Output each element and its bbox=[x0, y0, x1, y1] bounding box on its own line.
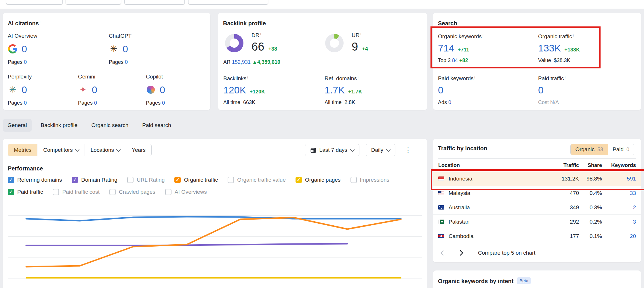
copilot-icon bbox=[146, 85, 156, 95]
collapse-chevron-icon[interactable] bbox=[417, 167, 417, 172]
up-triangle-icon: ▲ bbox=[252, 59, 257, 65]
metrics-button[interactable]: Metrics bbox=[8, 144, 37, 156]
keywords-link[interactable]: 20 bbox=[602, 233, 636, 239]
keywords-link[interactable]: 33 bbox=[602, 190, 636, 196]
ai-item-ai-overview: AI Overview 0 Pages 0 bbox=[8, 33, 74, 65]
checkbox-organic-traffic[interactable]: ✓Organic traffic bbox=[174, 177, 218, 183]
divider bbox=[438, 158, 636, 159]
toggle-organic[interactable]: Organic53 bbox=[571, 144, 608, 155]
next-page-button[interactable] bbox=[456, 248, 465, 258]
tab-paid-search[interactable]: Paid search bbox=[138, 119, 176, 132]
top3-row: Top 3 84 +82 bbox=[438, 57, 483, 64]
info-icon[interactable]: i bbox=[475, 75, 475, 79]
info-icon[interactable]: i bbox=[483, 33, 483, 37]
paid-traffic-value: 0 bbox=[538, 85, 544, 95]
ar-value-link[interactable]: 152,931 bbox=[232, 59, 251, 65]
ai-item-copilot: Copilot 0 Pages 0 bbox=[146, 74, 212, 106]
keywords-link[interactable]: 2 bbox=[602, 204, 636, 211]
pages-row: Pages 0 bbox=[78, 100, 144, 106]
table-row-indonesia[interactable]: Indonesia 131.2K 98.8% 591 bbox=[433, 172, 641, 186]
ref-domains-alltime: All time 2.8K bbox=[325, 99, 362, 105]
locations-dropdown[interactable]: Locations bbox=[85, 144, 126, 156]
checkbox-impressions[interactable]: Impressions bbox=[350, 177, 389, 183]
checkbox-icon bbox=[127, 177, 134, 183]
ai-citations-title: AI citationsi bbox=[8, 20, 40, 27]
performance-line-chart[interactable] bbox=[3, 201, 427, 288]
backlinks-value-link[interactable]: 120K bbox=[223, 85, 246, 95]
prev-page-button[interactable] bbox=[438, 248, 448, 258]
ar-row: AR 152,931 ▲4,359,610 bbox=[223, 59, 280, 65]
checkbox-ai-overviews[interactable]: AI Overviews bbox=[165, 189, 207, 195]
info-icon[interactable]: i bbox=[260, 32, 261, 36]
toggle-paid[interactable]: Paid0 bbox=[608, 144, 634, 155]
ref-domains-value-link[interactable]: 1.7K bbox=[325, 85, 345, 95]
toolbar-box[interactable] bbox=[6, 0, 63, 5]
checkbox-icon bbox=[53, 189, 59, 195]
info-icon[interactable]: i bbox=[358, 75, 359, 79]
performance-card: Metrics Competitors Locations Years Last… bbox=[3, 139, 427, 288]
top3-value-link[interactable]: 84 bbox=[452, 57, 458, 63]
table-row-pakistan[interactable]: Pakistan 292 0.2% 3 bbox=[433, 214, 641, 229]
ads-row: Ads 0 bbox=[438, 99, 475, 105]
info-icon[interactable]: i bbox=[40, 20, 41, 24]
checkbox-paid-traffic[interactable]: ✓Paid traffic bbox=[8, 189, 43, 195]
keywords-by-intent-card: Organic keywords by intentBeta bbox=[433, 270, 641, 288]
checkbox-url-rating[interactable]: URL Rating bbox=[127, 177, 165, 183]
filter-group: Metrics Competitors Locations Years bbox=[8, 144, 152, 156]
checkbox-referring-domains[interactable]: ✓Referring domains bbox=[8, 177, 62, 183]
tab-backlink-profile[interactable]: Backlink profile bbox=[36, 119, 82, 132]
ai-item-label: ChatGPT bbox=[109, 33, 175, 39]
years-button[interactable]: Years bbox=[126, 144, 151, 156]
competitors-dropdown[interactable]: Competitors bbox=[37, 144, 84, 156]
info-icon[interactable]: i bbox=[360, 32, 361, 36]
toolbar-box[interactable] bbox=[188, 0, 268, 5]
ur-value: 9 bbox=[352, 41, 358, 52]
flag-indonesia-icon bbox=[438, 176, 444, 181]
date-range-dropdown[interactable]: Last 7 days bbox=[305, 144, 359, 156]
paid-keywords-value-link[interactable]: 0 bbox=[438, 85, 443, 95]
info-icon[interactable]: i bbox=[565, 75, 565, 79]
flag-australia-icon bbox=[438, 205, 444, 210]
chevron-down-icon bbox=[386, 147, 391, 152]
organic-traffic-value-link[interactable]: 133K bbox=[538, 43, 561, 53]
pages-row: Pages 0 bbox=[8, 100, 74, 106]
chevron-right-icon bbox=[458, 250, 463, 256]
pages-count-link[interactable]: 0 bbox=[125, 59, 128, 65]
checkbox-domain-rating[interactable]: ✓Domain Rating bbox=[72, 177, 117, 183]
toolbar-box[interactable] bbox=[66, 0, 121, 5]
organic-keywords-value-link[interactable]: 714 bbox=[438, 43, 454, 53]
granularity-dropdown[interactable]: Daily bbox=[366, 144, 395, 156]
checkbox-icon: ✓ bbox=[8, 177, 14, 183]
pages-count-link[interactable]: 0 bbox=[162, 100, 165, 106]
toolbar-box[interactable] bbox=[124, 0, 185, 5]
more-options-kebab-icon[interactable]: ⋮ bbox=[402, 145, 414, 155]
search-card: Search Organic keywordsi 714 +711 Top 3 … bbox=[433, 13, 641, 110]
perplexity-icon: ✳ bbox=[8, 85, 18, 95]
google-icon bbox=[8, 44, 18, 54]
checkbox-organic-pages[interactable]: ✓Organic pages bbox=[296, 177, 341, 183]
pages-count-link[interactable]: 0 bbox=[24, 59, 27, 65]
dr-block: DRi 66 +38 bbox=[251, 32, 277, 52]
ai-citations-count: 0 bbox=[160, 85, 165, 95]
tab-general[interactable]: General bbox=[3, 119, 32, 132]
ur-delta: +4 bbox=[362, 46, 368, 52]
ai-citations-count: 0 bbox=[22, 85, 27, 95]
checkbox-paid-traffic-cost[interactable]: Paid traffic cost bbox=[53, 189, 100, 195]
pages-count-link[interactable]: 0 bbox=[24, 100, 27, 106]
tab-organic-search[interactable]: Organic search bbox=[87, 119, 133, 132]
pages-count-link[interactable]: 0 bbox=[94, 100, 97, 106]
table-row-cambodia[interactable]: Cambodia 177 0.1% 20 bbox=[433, 229, 641, 243]
info-icon[interactable]: i bbox=[247, 75, 248, 79]
table-row-malaysia[interactable]: Malaysia 470 0.4% 33 bbox=[433, 186, 641, 200]
keywords-link[interactable]: 591 bbox=[602, 176, 636, 182]
info-icon[interactable]: i bbox=[573, 33, 574, 37]
checkbox-crawled-pages[interactable]: Crawled pages bbox=[109, 189, 155, 195]
keywords-by-intent-title: Organic keywords by intentBeta bbox=[438, 277, 531, 285]
ads-value-link[interactable]: 0 bbox=[448, 99, 451, 105]
table-row-australia[interactable]: Australia 349 0.3% 2 bbox=[433, 200, 641, 214]
keywords-link[interactable]: 3 bbox=[602, 219, 636, 225]
ref-domains-block: Ref. domainsi 1.7K +1.7K All time 2.8K bbox=[325, 75, 362, 105]
checkbox-organic-traffic-value[interactable]: Organic traffic value bbox=[228, 177, 286, 183]
pages-row: Pages 0 bbox=[8, 59, 74, 65]
dr-delta: +38 bbox=[268, 46, 277, 52]
